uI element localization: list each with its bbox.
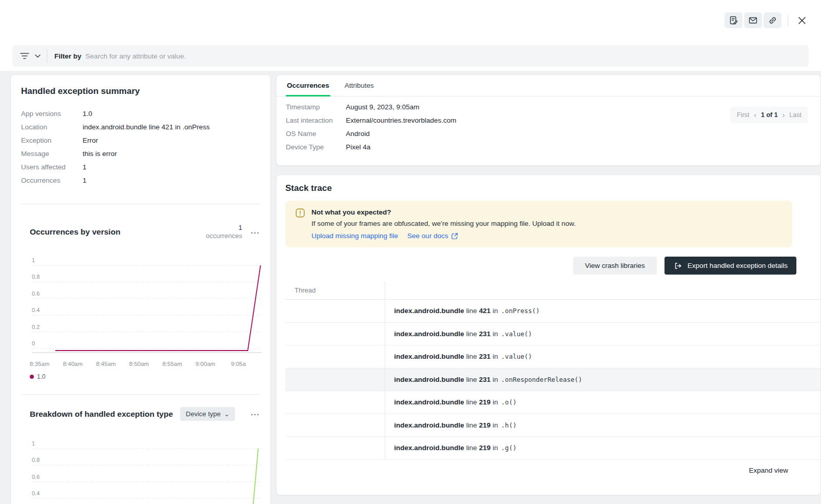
view-crash-libraries-button[interactable]: View crash libraries [573, 257, 657, 275]
x-tick-label: 8:45am [89, 361, 123, 367]
legend-dot [30, 375, 34, 379]
field-label: Message [21, 150, 83, 158]
stack-frames-table: Thread index.android.bundle line 421 in … [285, 281, 820, 460]
field-value: Android [346, 130, 820, 138]
chart-menu-button[interactable]: ⋯ [249, 409, 260, 419]
pagination-prev-button[interactable]: ‹ [754, 111, 756, 119]
x-axis-labels: 8:35am8:40am8:45am8:50am8:55am9:00am9:05… [23, 361, 255, 367]
frame-method: .value() [501, 330, 532, 338]
line-chart: 10.80.60.40.20 [30, 440, 262, 504]
group-by-label: Device type [186, 410, 221, 418]
frame-line-number: 219 [479, 444, 491, 452]
summary-fields: App versions 1.0 Location index.android.… [21, 110, 260, 184]
tab-label: Attributes [345, 82, 374, 89]
frame-method: .value() [501, 353, 532, 360]
series-line [250, 449, 258, 504]
divider [21, 394, 260, 395]
field-label: Device Type [286, 143, 346, 151]
chevron-down-icon [35, 54, 41, 58]
see-our-docs-link[interactable]: See our docs [407, 232, 459, 240]
field-label: App versions [21, 110, 83, 118]
link-label: See our docs [407, 232, 448, 240]
y-tick-label: 0.8 [32, 274, 40, 280]
frame-module: index.android.bundle [394, 376, 464, 383]
export-exception-details-button[interactable]: Export handled exception details [664, 257, 796, 275]
upload-mapping-file-link[interactable]: Upload missing mapping file [311, 232, 398, 240]
tab-occurrences[interactable]: Occurrences [286, 75, 330, 96]
export-icon [673, 261, 682, 270]
legend-label: 1.0 [37, 373, 46, 380]
field-label: Occurrences [21, 177, 83, 184]
frame-line-number: 231 [479, 330, 491, 338]
y-tick-label: 0 [32, 340, 35, 346]
line-chart: 10.80.60.40.20 [30, 257, 262, 358]
banner-body: If some of your frames are obfuscated, w… [311, 220, 576, 227]
chart-title: Breakdown of handled exception type [30, 410, 173, 419]
summary-title: Handled exception summary [21, 86, 260, 96]
pagination-next-button[interactable]: › [783, 111, 785, 119]
chart-menu-button[interactable]: ⋯ [249, 227, 260, 237]
frame-method: .onPress() [501, 307, 540, 315]
copy-link-button[interactable] [764, 12, 781, 28]
stack-frame-row[interactable]: index.android.bundle line 421 in .onPres… [285, 300, 820, 323]
breakdown-exception-type-chart: Breakdown of handled exception type Devi… [21, 407, 260, 504]
filter-by-label: Filter by [54, 52, 82, 60]
frame-module: index.android.bundle [394, 330, 464, 338]
field-label: OS Name [286, 130, 346, 138]
occurrence-details-card: Occurrences Attributes First ‹ 1 of 1 › … [276, 74, 821, 166]
chart-total: 1 occurrences [206, 224, 242, 240]
filter-search-input[interactable] [86, 52, 802, 60]
series-line [55, 265, 261, 351]
y-tick-label: 1 [32, 257, 35, 263]
compose-note-icon [729, 15, 738, 25]
field-label: Location [21, 123, 83, 131]
pagination-last-button[interactable]: Last [789, 111, 802, 119]
frame-method: .o() [501, 398, 517, 406]
filter-menu-button[interactable] [19, 52, 41, 60]
link-label: Upload missing mapping file [311, 232, 398, 240]
frame-module: index.android.bundle [394, 444, 464, 452]
stack-frame-row[interactable]: index.android.bundle line 219 in .o() [285, 391, 820, 414]
stack-frame-row[interactable]: index.android.bundle line 231 in .value(… [285, 345, 820, 369]
thread-column-header: Thread [285, 281, 385, 299]
x-tick-label: 8:35am [23, 361, 56, 367]
tab-bar: Occurrences Attributes [277, 75, 820, 96]
compose-note-button[interactable] [725, 12, 742, 28]
y-tick-label: 0.4 [32, 307, 40, 313]
y-tick-label: 0.2 [32, 324, 40, 330]
window-actions [725, 12, 810, 28]
pagination-status: 1 of 1 [761, 111, 778, 119]
expand-view-button[interactable]: Expand view [749, 467, 788, 474]
pagination-first-button[interactable]: First [737, 111, 749, 119]
y-tick-label: 0.4 [32, 490, 40, 496]
stack-frame-row[interactable]: index.android.bundle line 219 in .g() [285, 437, 820, 460]
field-value: Error [83, 137, 260, 144]
group-by-dropdown[interactable]: Device type ⌄ [180, 407, 235, 421]
field-label: Users affected [21, 163, 83, 171]
divider [47, 49, 47, 63]
mail-button[interactable] [744, 12, 762, 28]
close-button[interactable] [794, 13, 810, 28]
divider [21, 204, 260, 204]
x-tick-label: 9:05a [222, 361, 255, 367]
frame-line-number: 421 [479, 307, 491, 315]
tab-label: Occurrences [287, 82, 329, 89]
field-label: Timestamp [286, 103, 346, 111]
stack-frame-row[interactable]: index.android.bundle line 231 in .value(… [285, 323, 820, 346]
stack-trace-title: Stack trace [285, 182, 820, 193]
tab-attributes[interactable]: Attributes [344, 75, 375, 96]
x-tick-label: 8:55am [155, 361, 189, 367]
copy-link-icon [768, 15, 777, 25]
stack-frame-row[interactable]: index.android.bundle line 219 in .h() [285, 414, 820, 437]
banner-title: Not what you expected? [311, 208, 576, 216]
stack-frame-row-highlighted[interactable]: index.android.bundle line 231 in .onResp… [285, 369, 820, 392]
chart-legend: 1.0 [30, 373, 260, 380]
x-tick-label: 8:50am [123, 361, 156, 367]
stack-trace-card: Stack trace Not what you expected? If so… [276, 175, 821, 495]
chevron-down-icon: ⌄ [224, 411, 229, 418]
field-value: Pixel 4a [346, 143, 820, 151]
stack-trace-actions: View crash libraries Export handled exce… [285, 257, 796, 275]
occurrences-by-version-chart: Occurrences by version 1 occurrences ⋯ 1… [21, 224, 260, 380]
frame-line-number: 231 [479, 353, 491, 360]
field-value: this is error [83, 150, 260, 158]
